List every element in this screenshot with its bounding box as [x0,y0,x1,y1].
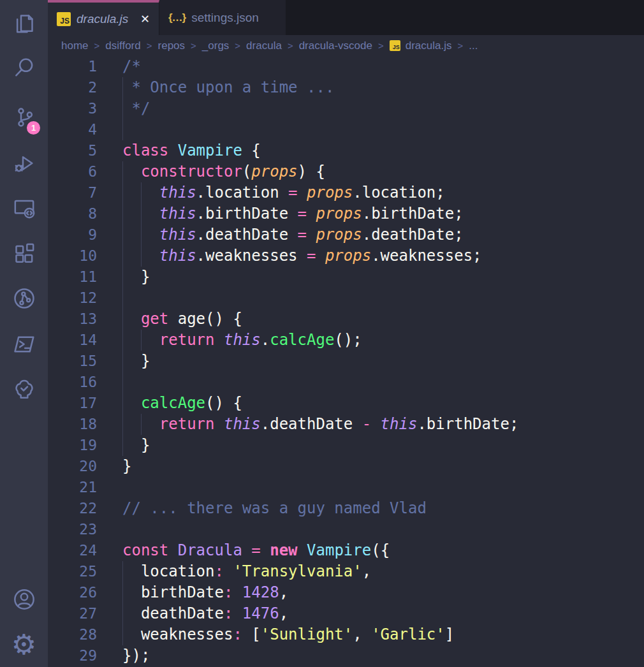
line-number: 27 [48,603,97,624]
activity-item-todo-tree[interactable] [0,367,48,412]
breadcrumb-symbol-overflow[interactable]: ... [469,40,478,52]
activity-item-accounts[interactable] [0,577,48,622]
breadcrumb-item[interactable]: repos [158,40,186,52]
code-token: 1476 [242,605,279,622]
code-token: .deathDate [261,415,362,433]
line-content[interactable]: * Once upon a time ... [97,77,644,98]
tab-dracula-js[interactable]: JS dracula.js ✕ [48,0,159,35]
code-token [122,163,141,180]
line-content[interactable] [97,119,644,140]
line-content[interactable]: /* [97,56,644,77]
indent-guide [141,246,142,267]
line-content[interactable]: }); [97,645,644,666]
line-number: 29 [48,645,97,666]
close-icon[interactable]: ✕ [140,13,150,25]
code-token: : [233,626,242,643]
breadcrumb-item[interactable]: dracula-vscode [299,40,372,52]
indent-guide [141,224,142,246]
line-content[interactable]: // ... there was a guy named Vlad [97,498,644,519]
breadcrumb-item[interactable]: home [61,40,89,52]
line-content[interactable]: this.location = props.location; [97,182,644,203]
code-line: 22// ... there was a guy named Vlad [48,498,644,519]
activity-item-remote-explorer[interactable] [0,186,48,231]
line-content[interactable]: } [97,435,644,456]
code-token: Vampire [178,142,242,159]
activity-item-search[interactable] [0,45,48,90]
activity-item-terminal[interactable] [0,322,48,367]
line-content[interactable]: this.weaknesses = props.weaknesses; [97,246,644,267]
tab-settings-json[interactable]: {…} settings.json [159,0,286,35]
indent-guide [122,203,123,224]
line-content[interactable]: */ [97,98,644,119]
code-token: this [224,415,261,433]
code-line: 29}); [48,645,644,666]
line-content[interactable] [97,372,644,393]
code-token: ] [445,626,454,643]
line-content[interactable]: get age() { [97,309,644,330]
line-number: 8 [48,203,97,224]
code-line: 21 [48,477,644,498]
breadcrumb-item-file[interactable]: dracula.js [406,40,452,52]
code-line: 1/* [48,56,644,77]
code-token: , [353,626,371,643]
tree-check-icon [11,377,37,402]
line-content[interactable]: return this.calcAge(); [97,330,644,351]
line-content[interactable]: weaknesses: ['Sunlight', 'Garlic'] [97,624,644,645]
line-number: 16 [48,372,97,393]
code-line: 6 constructor(props) { [48,161,644,182]
code-token: , [279,583,288,601]
line-content[interactable]: } [97,351,644,372]
breadcrumb-item[interactable]: dracula [246,40,282,52]
account-icon [11,587,37,612]
line-number: 1 [48,56,97,77]
indent-guide [122,582,123,603]
line-content[interactable]: const Dracula = new Vampire({ [97,540,644,561]
activity-item-source-control[interactable]: 1 [0,95,48,140]
line-content[interactable] [97,288,644,309]
line-number: 18 [48,414,97,435]
breadcrumb-item[interactable]: dsifford [105,40,140,52]
code-token: * Once upon a time ... [122,78,334,96]
line-number: 21 [48,477,97,498]
code-token: } [122,436,150,454]
line-content[interactable]: location: 'Transylvania', [97,561,644,582]
line-number: 2 [48,77,97,98]
indent-guide [122,224,123,246]
activity-item-extensions[interactable] [0,231,48,276]
indent-guide [122,372,123,393]
line-content[interactable]: return this.deathDate - this.birthDate; [97,414,644,435]
line-content[interactable]: this.deathDate = props.deathDate; [97,224,644,246]
code-token: this [159,184,196,202]
line-content[interactable]: } [97,456,644,477]
line-content[interactable]: } [97,267,644,288]
line-content[interactable]: calcAge() { [97,393,644,414]
code-line: 17 calcAge() { [48,393,644,414]
activity-item-git-graph[interactable] [0,276,48,321]
line-content[interactable] [97,519,644,540]
line-content[interactable]: birthDate: 1428, [97,582,644,603]
code-token: get [141,310,168,328]
line-content[interactable] [97,477,644,498]
breadcrumb-item[interactable]: _orgs [202,40,230,52]
editor[interactable]: 1/*2 * Once upon a time ...3 */45class V… [48,56,644,666]
code-token: : [224,583,233,601]
indent-guide [122,288,123,309]
line-content[interactable]: class Vampire { [97,140,644,161]
scm-badge: 1 [27,121,40,135]
indent-guide [122,77,123,98]
tab-bar: JS dracula.js ✕ {…} settings.json [48,0,644,35]
activity-item-explorer[interactable] [0,1,48,46]
tab-label: settings.json [191,11,259,25]
line-content[interactable]: deathDate: 1476, [97,603,644,624]
code-token: = [288,184,297,202]
line-content[interactable]: constructor(props) { [97,161,644,182]
code-line: 5class Vampire { [48,140,644,161]
code-token [224,562,233,580]
code-token: props [307,184,353,202]
chevron-right-icon: > [147,40,152,51]
activity-item-run-and-debug[interactable] [0,141,48,186]
activity-item-settings[interactable]: ⚙ [0,622,48,667]
code-line: 23 [48,519,644,540]
line-content[interactable]: this.birthDate = props.birthDate; [97,203,644,224]
code-token [298,184,307,202]
